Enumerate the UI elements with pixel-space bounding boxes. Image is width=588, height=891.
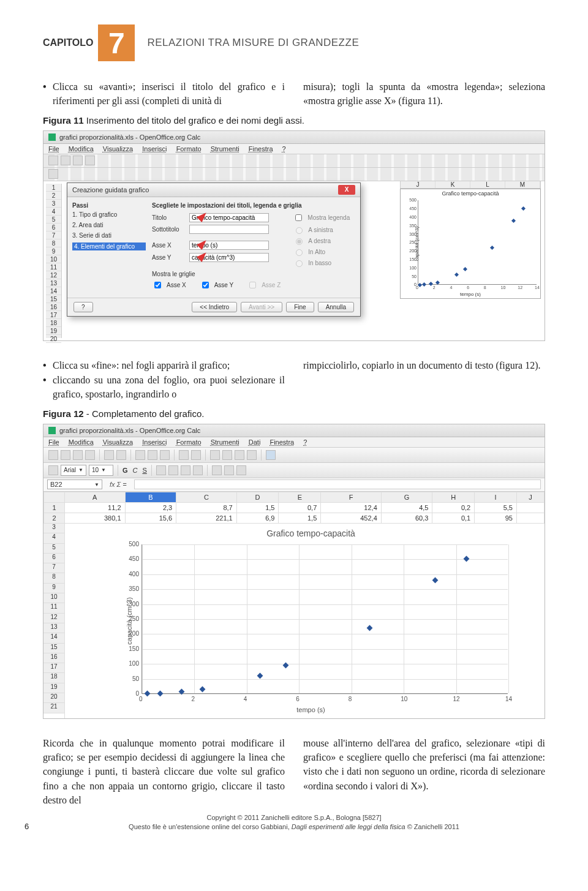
toolbar-icon[interactable]: [179, 450, 189, 460]
cell[interactable]: 12,4: [321, 502, 382, 513]
embedded-chart[interactable]: Grafico tempo-capacità capacità (cm^3) t…: [102, 526, 520, 716]
back-button[interactable]: << Indietro: [192, 302, 237, 312]
toolbar-icon[interactable]: [148, 450, 157, 460]
cell[interactable]: 1,5: [279, 513, 321, 523]
row-header[interactable]: 10: [43, 593, 64, 603]
row-header[interactable]: 15: [43, 644, 64, 653]
cell[interactable]: 5,5: [475, 502, 517, 513]
toolbar-icon[interactable]: [73, 450, 83, 460]
column-header[interactable]: C: [176, 492, 237, 502]
toolbar-icon[interactable]: [236, 465, 246, 475]
toolbar-icon[interactable]: [85, 156, 95, 165]
row-header[interactable]: 2: [44, 513, 65, 523]
align-left-icon[interactable]: [156, 465, 166, 475]
row-header[interactable]: 4: [43, 533, 64, 543]
finish-button[interactable]: Fine: [286, 302, 314, 312]
row-header[interactable]: 13: [43, 623, 64, 633]
row-header[interactable]: 5: [43, 544, 64, 554]
row-header[interactable]: 7: [43, 563, 64, 573]
toolbar-icon[interactable]: [191, 450, 201, 460]
step-3[interactable]: 3. Serie di dati: [72, 232, 146, 239]
toolbar-icon[interactable]: [85, 450, 95, 460]
toolbar-icon[interactable]: [73, 156, 83, 165]
align-center-icon[interactable]: [168, 465, 178, 475]
cell[interactable]: 0,1: [432, 513, 475, 523]
cancel-button[interactable]: Annulla: [318, 302, 354, 312]
column-header[interactable]: E: [279, 492, 321, 502]
row-header[interactable]: 14: [43, 633, 64, 643]
column-header[interactable]: H: [432, 492, 475, 502]
font-name-combo[interactable]: Arial▼: [61, 465, 86, 476]
cell[interactable]: 60,3: [381, 513, 432, 523]
menu-finestra[interactable]: Finestra: [270, 438, 294, 446]
menu-inserisci[interactable]: Inserisci: [142, 438, 167, 446]
menu-formato[interactable]: Formato: [176, 145, 202, 152]
step-4[interactable]: 4. Elementi del grafico: [72, 242, 146, 250]
menu-visualizza[interactable]: Visualizza: [103, 438, 133, 446]
menu-file[interactable]: File: [48, 438, 59, 446]
help-icon[interactable]: [266, 450, 276, 460]
cell[interactable]: 1,5: [236, 502, 279, 513]
formula-input[interactable]: [134, 479, 541, 489]
row-header[interactable]: 19: [43, 683, 64, 693]
toolbar-icon[interactable]: [224, 465, 234, 475]
toolbar-icon[interactable]: [61, 156, 70, 165]
column-header[interactable]: F: [321, 492, 382, 502]
cell[interactable]: 8,7: [176, 502, 237, 513]
row-header[interactable]: 1: [44, 502, 65, 513]
bold-button[interactable]: G: [123, 467, 128, 474]
checkbox-assex[interactable]: [154, 282, 161, 288]
align-right-icon[interactable]: [181, 465, 190, 475]
menu-finestra[interactable]: Finestra: [249, 145, 273, 152]
cell[interactable]: [516, 502, 544, 513]
toolbar-icon[interactable]: [235, 450, 244, 460]
cell[interactable]: 380,1: [65, 513, 126, 523]
menu-help[interactable]: ?: [282, 145, 286, 152]
toolbar-icon[interactable]: [212, 465, 222, 475]
step-1[interactable]: 1. Tipo di grafico: [72, 211, 146, 218]
menu-file[interactable]: File: [48, 145, 59, 152]
cell[interactable]: 0,7: [279, 502, 321, 513]
toolbar-icon[interactable]: [48, 465, 58, 475]
column-header[interactable]: A: [65, 492, 126, 502]
column-header[interactable]: I: [475, 492, 517, 502]
cell[interactable]: 6,9: [236, 513, 279, 523]
column-header[interactable]: G: [381, 492, 432, 502]
column-header[interactable]: J: [516, 492, 544, 502]
row-header[interactable]: 9: [43, 584, 64, 593]
column-header[interactable]: D: [236, 492, 279, 502]
toolbar-icon[interactable]: [61, 450, 70, 460]
row-header[interactable]: 20: [43, 693, 64, 703]
toolbar-icon[interactable]: [160, 450, 170, 460]
cell[interactable]: 452,4: [321, 513, 382, 523]
row-header[interactable]: 11: [43, 603, 64, 613]
cell[interactable]: 0,2: [432, 502, 475, 513]
menu-dati[interactable]: Dati: [249, 438, 261, 446]
menu-modifica[interactable]: Modifica: [69, 438, 94, 446]
cell[interactable]: 2,3: [125, 502, 176, 513]
toolbar-icon[interactable]: [48, 450, 58, 460]
menu-visualizza[interactable]: Visualizza: [103, 145, 133, 152]
row-header[interactable]: 12: [43, 614, 64, 623]
toolbar-icon[interactable]: [222, 450, 232, 460]
row-header[interactable]: 6: [43, 554, 64, 563]
help-button[interactable]: ?: [74, 302, 93, 312]
input-sottotitolo[interactable]: [189, 225, 269, 234]
cell-name-box[interactable]: B22 ▼: [47, 479, 102, 489]
checkbox-legenda[interactable]: [295, 214, 302, 221]
step-2[interactable]: 2. Area dati: [72, 222, 146, 228]
row-header[interactable]: 8: [43, 573, 64, 583]
align-justify-icon[interactable]: [193, 465, 203, 475]
close-button[interactable]: X: [338, 185, 355, 195]
row-header[interactable]: 17: [43, 663, 64, 673]
cell[interactable]: 4,5: [381, 502, 432, 513]
row-header[interactable]: 21: [43, 703, 64, 713]
row-header[interactable]: 16: [43, 653, 64, 663]
font-size-combo[interactable]: 10▼: [89, 465, 113, 476]
toolbar-icon[interactable]: [247, 450, 257, 460]
underline-button[interactable]: S: [142, 467, 146, 474]
menu-strumenti[interactable]: Strumenti: [211, 145, 239, 152]
toolbar-icon[interactable]: [116, 450, 126, 460]
cell[interactable]: 15,6: [125, 513, 176, 523]
row-header[interactable]: 18: [43, 673, 64, 683]
